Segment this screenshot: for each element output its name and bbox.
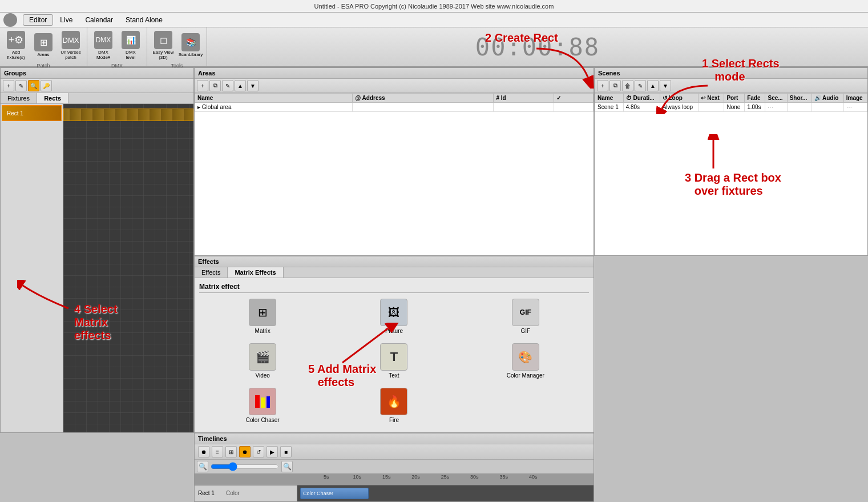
areas-up-btn[interactable]: ▲ (235, 80, 246, 91)
tab-rects[interactable]: Rects (37, 93, 68, 103)
scenes-up-btn[interactable]: ▲ (647, 80, 659, 91)
groups-panel: Groups + ✎ 🔍 🔑 Fixtures Rects Rect 1 (0, 67, 194, 433)
table-row[interactable]: Scene 1 4.80s Always loop None 1.00s ⋯ ⋯ (595, 103, 867, 112)
dmx-level-icon: 📊 (122, 31, 140, 49)
effects-header: Effects (195, 256, 594, 267)
menu-item-live[interactable]: Live (54, 15, 78, 25)
add-fixture-icon: +⚙ (7, 31, 25, 49)
groups-key-btn[interactable]: 🔑 (41, 80, 52, 91)
title-bar: Untitled - ESA PRO Copyright (c) Nicolau… (0, 0, 868, 13)
ruler-35s: 35s (500, 474, 508, 480)
tl-btn-record[interactable]: ⏺ (239, 446, 251, 457)
timeline-block-color-chaser[interactable]: Color Chaser (300, 488, 369, 499)
ruler-30s: 30s (470, 474, 479, 480)
areas-button[interactable]: ⊞ Areas (31, 30, 56, 62)
groups-left-sidebar: Rect 1 (1, 104, 63, 432)
tl-btn-loop[interactable]: ↺ (253, 446, 264, 457)
timelines-header: Timelines (195, 433, 594, 444)
effect-matrix[interactable]: ⊞ Matrix (199, 296, 326, 336)
add-fixture-button[interactable]: +⚙ Addfixture(s) (3, 30, 29, 62)
area-id (494, 103, 554, 112)
menu-bar: Editor Live Calendar Stand Alone (0, 13, 868, 27)
effect-color-chaser[interactable]: Color Chaser (199, 385, 326, 425)
tl-btn3[interactable]: ⊞ (225, 446, 237, 457)
effect-gif[interactable]: GIF GIF (462, 296, 589, 336)
timeline-ruler: 5s 10s 15s 20s 25s 30s 35s 40s (195, 474, 594, 485)
tab-matrix-effects[interactable]: Matrix Effects (228, 267, 283, 278)
areas-title: Areas (198, 70, 216, 77)
svg-rect-2 (267, 396, 270, 408)
tl-btn-play[interactable]: ▶ (267, 446, 278, 457)
menu-item-editor[interactable]: Editor (23, 14, 53, 26)
zoom-slider[interactable] (211, 462, 279, 471)
groups-canvas[interactable] (63, 104, 193, 432)
scene-image: ⋯ (843, 103, 867, 112)
groups-body: Rect 1 (1, 104, 193, 432)
fire-icon: 🔥 (380, 388, 407, 415)
tl-btn1[interactable]: ⏺ (198, 446, 209, 457)
zoom-icon[interactable]: 🔍 (197, 461, 208, 472)
groups-add-btn[interactable]: + (3, 80, 14, 91)
rect-canvas-strip (63, 109, 193, 121)
dmx-mode-button[interactable]: DMX DMXMode▾ (91, 30, 116, 62)
areas-toolbar: + ⧉ ✎ ▲ ▼ (195, 79, 594, 93)
title-text: Untitled - ESA PRO Copyright (c) Nicolau… (314, 3, 554, 10)
universes-patch-button[interactable]: DMX Universespatch (58, 30, 83, 62)
universes-icon: DMX (62, 31, 80, 49)
scan-library-button[interactable]: 📚 ScanLibrary (178, 30, 203, 62)
timeline-track-area[interactable]: Color Chaser (297, 485, 594, 501)
tab-fixtures[interactable]: Fixtures (1, 93, 37, 103)
effect-picture[interactable]: 🖼 Picture (330, 296, 457, 336)
scenes-copy-btn[interactable]: ⧉ (609, 80, 621, 91)
areas-edit-btn[interactable]: ✎ (222, 80, 233, 91)
scene-next (699, 103, 724, 112)
effect-color-manager[interactable]: 🎨 Color Manager (462, 341, 589, 381)
areas-icon: ⊞ (34, 33, 53, 51)
col-id: # Id (494, 94, 554, 103)
col-loop: ↺ Loop (660, 94, 699, 103)
scenes-edit-btn[interactable]: ✎ (635, 80, 646, 91)
scenes-del-btn[interactable]: 🗑 (622, 80, 633, 91)
menu-item-calendar[interactable]: Calendar (79, 15, 119, 25)
areas-down-btn[interactable]: ▼ (247, 80, 259, 91)
effect-text[interactable]: T Text (330, 341, 457, 381)
areas-panel: Areas + ⧉ ✎ ▲ ▼ Name @ Address # Id ✓ (194, 67, 594, 256)
color-chaser-label: Color Chaser (246, 417, 280, 423)
tab-effects[interactable]: Effects (195, 267, 228, 278)
rect-list-item[interactable]: Rect 1 (2, 105, 62, 121)
menu-item-standalone[interactable]: Stand Alone (120, 15, 168, 25)
scenes-down-btn[interactable]: ▼ (660, 80, 671, 91)
effects-panel: Effects Effects Matrix Effects Matrix ef… (194, 256, 594, 433)
effect-video[interactable]: 🎬 Video (199, 341, 326, 381)
toolbar-group-dmx: DMX DMXMode▾ 📊 DMXlevel DMX (87, 27, 147, 66)
groups-title: Groups (4, 70, 26, 77)
ruler-40s: 40s (529, 474, 538, 480)
tl-btn-stop[interactable]: ■ (280, 446, 292, 457)
area-check (554, 103, 594, 112)
areas-content: Name @ Address # Id ✓ ▸ Global area (195, 93, 594, 255)
easy-view-button[interactable]: ◻ Easy View(3D) (151, 30, 176, 62)
areas-copy-btn[interactable]: ⧉ (209, 80, 221, 91)
areas-header: Areas (195, 68, 594, 79)
dmx-level-button[interactable]: 📊 DMXlevel (118, 30, 143, 62)
scan-library-icon: 📚 (181, 33, 200, 51)
app-icon[interactable] (3, 13, 17, 27)
timeline-labels: Rect 1 Color (195, 485, 297, 501)
color-chaser-icon (249, 388, 276, 415)
scenes-title: Scenes (598, 70, 620, 77)
scenes-table: Name ⏱ Durati... ↺ Loop ↩ Next Port Fade… (595, 93, 867, 112)
groups-search-btn[interactable]: 🔍 (28, 80, 39, 91)
groups-toolbar: + ✎ 🔍 🔑 (1, 79, 193, 93)
zoom-out-icon[interactable]: 🔍 (281, 461, 293, 472)
timelines-panel: Timelines ⏺ ≡ ⊞ ⏺ ↺ ▶ ■ 🔍 🔍 5s 10s 15s 2… (194, 433, 594, 502)
table-row[interactable]: ▸ Global area (195, 103, 594, 112)
timeline-tracks: Rect 1 Color Color Chaser (195, 485, 594, 501)
groups-edit-btn[interactable]: ✎ (15, 80, 27, 91)
scenes-add-btn[interactable]: + (597, 80, 608, 91)
easy-view-icon: ◻ (154, 31, 172, 49)
color-manager-icon: 🎨 (512, 343, 539, 371)
effect-fire[interactable]: 🔥 Fire (330, 385, 457, 425)
tl-btn2[interactable]: ≡ (212, 446, 223, 457)
gif-icon: GIF (512, 299, 539, 326)
areas-add-btn[interactable]: + (197, 80, 208, 91)
